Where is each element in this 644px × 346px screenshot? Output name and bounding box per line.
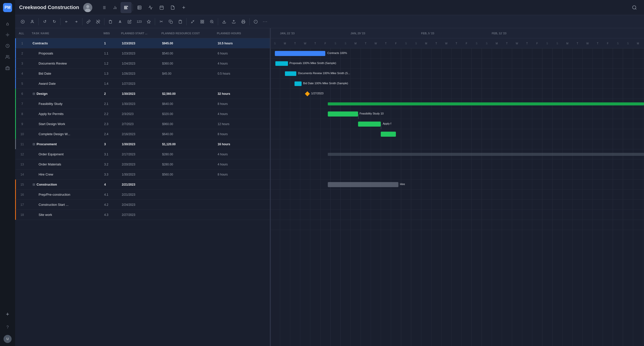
table-body: 1 Contracts 1 1/23/2023 $945.00 10.5 hou…: [15, 38, 270, 346]
outdent-button[interactable]: [62, 17, 71, 26]
table-row[interactable]: 15 ⊟Construction 4 2/21/2023: [15, 180, 270, 190]
task-cost: $640.00: [162, 102, 218, 106]
sidebar-item-add[interactable]: +: [3, 310, 12, 319]
col-all-header[interactable]: ALL: [15, 32, 28, 35]
gantt-resize-handle[interactable]: [270, 28, 271, 346]
svg-marker-36: [129, 20, 131, 22]
task-cost: $1,120.00: [162, 142, 218, 146]
paste-button[interactable]: [176, 17, 185, 26]
waveform-icon[interactable]: [145, 2, 156, 13]
task-name: Hire Crew: [28, 172, 104, 176]
row-number: 5: [16, 82, 28, 85]
info-button[interactable]: [251, 17, 260, 26]
link-button[interactable]: [84, 17, 93, 26]
table-row[interactable]: 5 Award Date 1.4 1/27/2023: [15, 79, 270, 89]
number-format-button[interactable]: 123: [135, 17, 144, 26]
table-row[interactable]: 18 Site work 4.3 2/27/2023: [15, 210, 270, 220]
table-icon[interactable]: [134, 2, 145, 13]
add-user-button[interactable]: [28, 17, 37, 26]
import-button[interactable]: [229, 17, 238, 26]
text-format-button[interactable]: A: [115, 17, 125, 26]
table-row[interactable]: 12 Order Equipment 3.1 2/17/2023 $280.00…: [15, 149, 270, 159]
chart-view-icon[interactable]: [109, 2, 121, 13]
sidebar-item-briefcase[interactable]: [3, 64, 12, 73]
gantt-bar-proposals: [275, 61, 288, 66]
add-task-button[interactable]: [18, 17, 27, 26]
svg-rect-44: [202, 22, 204, 23]
task-hours: 16 hours: [218, 142, 263, 146]
search-icon[interactable]: [629, 2, 640, 13]
left-sidebar: PM ⌂ + ? U: [0, 0, 15, 346]
table-row[interactable]: 13 Order Materials 3.2 2/20/2023 $280.00…: [15, 159, 270, 169]
user-avatar[interactable]: U: [4, 335, 12, 343]
table-row[interactable]: 8 Apply for Permits 2.2 2/3/2023 $320.00…: [15, 109, 270, 119]
zoom-in-button[interactable]: [207, 17, 216, 26]
task-start: 1/27/2023: [122, 82, 162, 85]
more-button[interactable]: ···: [261, 17, 270, 26]
task-start: 2/21/2023: [122, 183, 162, 186]
task-name: Construction Start ...: [28, 203, 104, 207]
task-hours: 12 hours: [218, 122, 263, 126]
table-row[interactable]: 7 Feasibility Study 2.1 1/30/2023 $640.0…: [15, 99, 270, 109]
task-start: 2/3/2023: [122, 112, 162, 116]
document-icon[interactable]: [167, 2, 178, 13]
gantt-row: [270, 129, 644, 139]
table-row[interactable]: 2 Proposals 1.1 1/23/2023 $540.00 6 hour…: [15, 48, 270, 59]
table-row[interactable]: 1 Contracts 1 1/23/2023 $945.00 10.5 hou…: [15, 38, 270, 48]
table-row[interactable]: 14 Hire Crew 3.3 1/30/2023 $560.00 8 hou…: [15, 169, 270, 180]
task-hours: 4 hours: [218, 112, 263, 116]
paint-button[interactable]: [125, 17, 134, 26]
table-row[interactable]: 10 Complete Design W... 2.4 2/16/2023 $6…: [15, 129, 270, 139]
cut-button[interactable]: ✂: [157, 17, 166, 26]
task-name: ⊟Design: [28, 92, 104, 96]
indent-button[interactable]: [72, 17, 81, 26]
sidebar-item-users[interactable]: [3, 52, 12, 62]
gantt-bar-label: Hire: [400, 183, 405, 186]
app-logo[interactable]: PM: [3, 3, 12, 12]
date-group-label: JAN, 29 '23: [350, 31, 365, 35]
export-button[interactable]: [220, 17, 229, 26]
sidebar-item-clock[interactable]: [3, 41, 12, 50]
table-row[interactable]: 17 Construction Start ... 4.2 2/24/2023: [15, 200, 270, 210]
svg-rect-17: [124, 7, 127, 8]
table-row[interactable]: 9 Start Design Work 2.3 2/7/2023 $960.00…: [15, 119, 270, 129]
row-number: 11: [16, 142, 28, 146]
table-row[interactable]: 6 ⊟Design 2 1/30/2023 $2,560.00 32 hours: [15, 89, 270, 99]
task-wbs: 4.1: [104, 193, 122, 196]
row-number: 7: [16, 102, 28, 106]
gantt-row: [270, 220, 644, 230]
shape-button[interactable]: [144, 17, 153, 26]
copy-button[interactable]: [166, 17, 175, 26]
task-cost: $945.00: [162, 42, 218, 45]
sidebar-item-home[interactable]: ⌂: [3, 19, 12, 28]
sidebar-item-notifications[interactable]: [3, 30, 12, 39]
delete-button[interactable]: [106, 17, 115, 26]
gantt-chart: JAN, 22 '23 JAN, 29 '23 FEB, 5 '23 FEB, …: [270, 28, 644, 346]
task-start: 2/27/2023: [122, 213, 162, 217]
table-row[interactable]: 11 ⊟Procurement 3 1/30/2023 $1,120.00 16…: [15, 139, 270, 149]
list-view-icon[interactable]: [98, 2, 109, 13]
task-wbs: 4.3: [104, 213, 122, 217]
gantt-view-icon[interactable]: [121, 2, 132, 13]
undo-button[interactable]: ↺: [40, 17, 49, 26]
svg-rect-3: [6, 67, 10, 70]
task-wbs: 2.3: [104, 122, 122, 126]
grid-button[interactable]: [198, 17, 207, 26]
gantt-bars-container: Contracts 100% Proposals 100% Mike Smith…: [270, 48, 644, 230]
baseline-button[interactable]: [188, 17, 197, 26]
table-row[interactable]: 3 Documents Review 1.2 1/24/2023 $360.00…: [15, 59, 270, 69]
redo-button[interactable]: ↻: [50, 17, 59, 26]
date-group-label: FEB, 5 '23: [421, 31, 434, 35]
table-row[interactable]: 4 Bid Date 1.3 1/26/2023 $45.00 0.5 hour…: [15, 69, 270, 79]
gantt-diamond: [305, 91, 310, 96]
task-hours: 8 hours: [218, 132, 263, 136]
table-row[interactable]: 16 Prep/Pre-construction 4.1 2/21/2023: [15, 190, 270, 200]
print-button[interactable]: [239, 17, 248, 26]
sidebar-item-help[interactable]: ?: [3, 323, 12, 332]
row-number: 3: [16, 62, 28, 65]
task-hours: 4 hours: [218, 62, 263, 65]
plus-icon[interactable]: +: [178, 2, 189, 13]
unlink-button[interactable]: [94, 17, 103, 26]
calendar-icon[interactable]: [156, 2, 167, 13]
gantt-bar-feasibility: [328, 111, 358, 117]
